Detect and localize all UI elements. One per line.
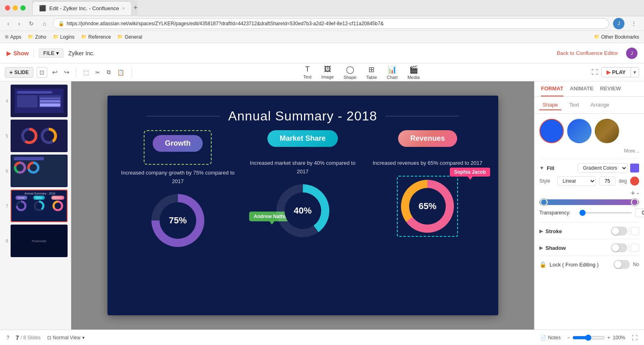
gradient-stop-left[interactable] [540, 199, 548, 206]
text-tool[interactable]: T Text [303, 65, 311, 79]
bookmark-logins[interactable]: 📁 Logins [53, 34, 74, 40]
slide-thumb-5[interactable] [11, 120, 68, 152]
add-stop-button[interactable]: + [631, 189, 635, 198]
slide-thumb-4[interactable] [11, 85, 68, 117]
table-icon: ⊞ [368, 65, 375, 74]
home-button[interactable]: ⌂ [40, 20, 48, 28]
maximize-traffic-light[interactable] [20, 5, 26, 11]
lock-toggle[interactable] [613, 260, 630, 269]
play-controls: ▶ PLAY ▾ [601, 67, 639, 77]
cut-tool[interactable]: ✂ [93, 68, 103, 77]
growth-badge-wrapper[interactable]: Growth [144, 130, 212, 165]
slide-thumb-7[interactable]: Annual Summary - 2018 Growth Market Reve… [11, 190, 68, 222]
app-toolbar: ▶ Show FILE ▾ Zylker Inc. Back to Conflu… [0, 43, 644, 63]
transparency-input[interactable] [635, 208, 644, 217]
sub-tab-arrange[interactable]: Arrange [587, 100, 612, 110]
back-button[interactable]: ‹ [5, 20, 12, 28]
swatch-blue-gradient[interactable] [567, 119, 591, 143]
slide-add-button[interactable]: + SLIDE [5, 67, 33, 78]
swatch-blue-solid[interactable] [539, 119, 564, 143]
bookmark-reference[interactable]: 📁 Reference [81, 34, 111, 40]
zoom-out-icon[interactable]: − [567, 335, 570, 341]
sub-tab-shape[interactable]: Shape [539, 100, 561, 110]
menu-button[interactable]: ⋮ [629, 20, 639, 28]
main-area: 4 5 [0, 81, 644, 330]
fill-color-swatch[interactable] [630, 164, 639, 172]
tab-format[interactable]: FORMAT [541, 81, 563, 96]
tab-title: Edit - Zylker Inc. - Confluence [49, 5, 119, 11]
slide-thumb-wrapper-6: 6 [3, 155, 68, 187]
slide-title: Annual Summary - 2018 [228, 109, 377, 124]
fullscreen-button[interactable]: ⛶ [591, 69, 598, 76]
more-link[interactable]: More... [539, 148, 639, 154]
media-tool[interactable]: 🎬 Media [407, 65, 420, 80]
shape-tool[interactable]: ◯ Shape [344, 65, 357, 80]
degree-input[interactable] [599, 177, 616, 186]
minimize-traffic-light[interactable] [13, 5, 18, 11]
market-donut: 40% [276, 184, 329, 237]
right-panel-tabs: FORMAT ANIMATE REVIEW [534, 81, 644, 97]
bookmark-apps[interactable]: ⊞ Apps [5, 34, 21, 40]
notes-button[interactable]: 📄 Notes [540, 335, 561, 341]
back-to-confluence-link[interactable]: Back to Confluence Editor [557, 50, 618, 56]
help-button[interactable]: ? [7, 335, 9, 341]
file-label: FILE [43, 50, 54, 56]
profile-icon[interactable]: J [613, 18, 624, 29]
fill-type-dropdown[interactable]: Gradient Colors Solid Color No Fill [578, 163, 628, 173]
bookmark-general[interactable]: 📁 General [117, 34, 142, 40]
stroke-toggle[interactable] [611, 227, 627, 236]
swatch-wood[interactable] [595, 119, 619, 143]
section-divider-4 [539, 255, 639, 256]
file-button[interactable]: FILE ▾ [39, 48, 63, 58]
bookmark-zoho[interactable]: 📁 Zoho [28, 34, 46, 40]
fullscreen-status-button[interactable]: ⛶ [632, 334, 637, 341]
layout-button[interactable]: ⊡ [37, 67, 47, 78]
shadow-toggle[interactable] [611, 243, 627, 252]
play-dropdown-button[interactable]: ▾ [631, 68, 639, 77]
style-dropdown[interactable]: Linear Radial [557, 176, 596, 186]
paste-tool[interactable]: 📋 [115, 68, 127, 77]
url-bar[interactable]: 🔒 https://johndoe.atlassian.net/wiki/spa… [53, 18, 609, 29]
active-tab[interactable]: ⬛ Edit - Zylker Inc. - Confluence × [32, 1, 132, 15]
apps-grid-icon: ⊞ [5, 34, 9, 39]
other-bookmarks[interactable]: 📁 Other Bookmarks [594, 34, 639, 40]
redo-button[interactable]: ↪ [62, 67, 71, 78]
tab-review[interactable]: REVIEW [600, 81, 621, 96]
view-mode-button[interactable]: ⊡ Normal View ▾ [47, 335, 85, 341]
show-button[interactable]: ▶ Show [7, 50, 28, 57]
slide-thumb-6[interactable] [11, 155, 68, 187]
canvas-area[interactable]: Annual Summary - 2018 Andrew Nathan Grow… [71, 81, 534, 330]
transparency-slider[interactable] [579, 212, 632, 214]
total-slides-label: / 8 Slides [20, 335, 40, 341]
slide-canvas: Annual Summary - 2018 Andrew Nathan Grow… [107, 96, 498, 315]
revenues-donut-wrapper[interactable]: 65% [397, 176, 458, 237]
chart-tool[interactable]: 📊 Chart [387, 65, 398, 80]
fill-section: ▼ Fill Gradient Colors Solid Color No Fi… [539, 163, 639, 217]
forward-button[interactable]: › [16, 20, 23, 28]
zoom-in-icon[interactable]: + [607, 335, 610, 341]
zoom-slider[interactable] [572, 334, 605, 341]
shadow-end-box[interactable] [631, 244, 639, 252]
new-tab-button[interactable]: + [134, 4, 138, 12]
reload-button[interactable]: ↻ [26, 20, 36, 28]
tooltip-sophia-arrow [468, 177, 473, 180]
play-button[interactable]: ▶ PLAY [602, 68, 631, 77]
gradient-stop-right[interactable] [631, 199, 638, 206]
stroke-end-box[interactable] [631, 227, 639, 235]
sub-tab-text[interactable]: Text [566, 100, 583, 110]
tab-close-btn[interactable]: × [122, 6, 125, 11]
close-traffic-light[interactable] [5, 5, 10, 11]
angle-color-dot[interactable] [630, 177, 639, 186]
image-tool[interactable]: 🖼 Image [321, 65, 334, 79]
zoom-controls: − + 100% [567, 334, 625, 341]
tab-animate[interactable]: ANIMATE [570, 81, 594, 96]
copy-tool[interactable]: ⧉ [104, 67, 113, 77]
remove-stop-button[interactable]: - [637, 189, 639, 198]
select-tool[interactable]: ⬚ [81, 68, 91, 77]
gradient-bar[interactable] [539, 199, 639, 205]
revenues-card: Revenues Increased revenues by 65% compa… [369, 130, 486, 247]
undo-button[interactable]: ↩ [50, 67, 59, 78]
section-divider-2 [539, 222, 639, 223]
slide-thumb-8[interactable]: Financials [11, 225, 68, 257]
table-tool[interactable]: ⊞ Table [366, 65, 377, 80]
